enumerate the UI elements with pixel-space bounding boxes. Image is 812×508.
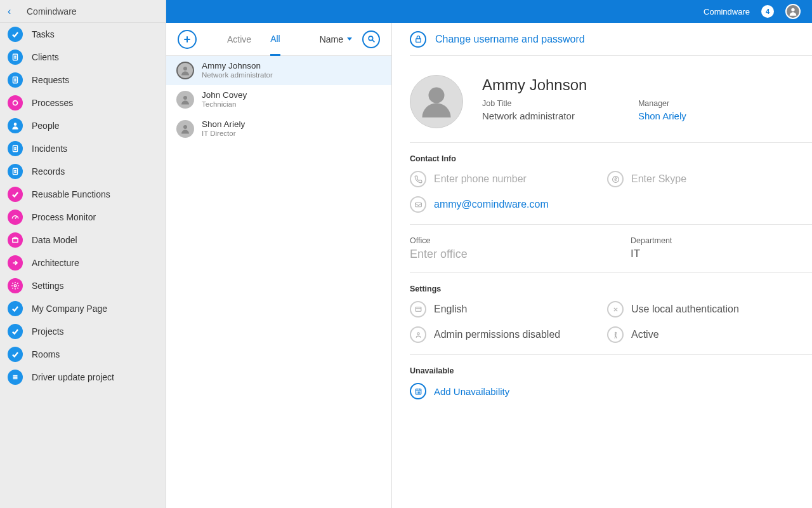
top-brand: Comindware	[704, 7, 750, 17]
sidebar-item-processes[interactable]: Processes	[0, 91, 166, 114]
search-button[interactable]	[362, 30, 380, 48]
sidebar-item-label: Processes	[32, 98, 73, 108]
person-list-item[interactable]: Shon ArielyIT Director	[166, 114, 391, 144]
department-label: Department	[631, 236, 794, 245]
person-list-item[interactable]: John CoveyTechnician	[166, 85, 391, 114]
person-detail-panel: Change username and password Ammy Johnso…	[392, 23, 812, 508]
gear-icon	[8, 278, 23, 293]
doc-icon	[8, 164, 23, 179]
svg-line-18	[15, 217, 16, 219]
sidebar-item-data-model[interactable]: Data Model	[0, 229, 166, 251]
svg-point-8	[13, 101, 18, 105]
sidebar-item-rooms[interactable]: Rooms	[0, 343, 166, 366]
svg-rect-35	[415, 203, 421, 207]
manager-link[interactable]: Shon Ariely	[638, 110, 686, 121]
user-avatar[interactable]	[785, 4, 801, 19]
svg-rect-36	[416, 307, 421, 311]
person-list-item[interactable]: Ammy JohnsonNetwork administrator	[166, 56, 391, 85]
sidebar-item-label: Projects	[32, 326, 64, 337]
profile-name: Ammy Johnson	[482, 76, 794, 94]
sort-dropdown[interactable]: Name	[320, 34, 352, 44]
person-role: Network administrator	[202, 71, 273, 80]
sidebar-item-driver-update-project[interactable]: Driver update project	[0, 366, 166, 389]
lines-icon	[8, 370, 23, 385]
sidebar-item-label: Clients	[32, 52, 59, 62]
language-value[interactable]: English	[434, 304, 467, 315]
sidebar-item-incidents[interactable]: Incidents	[0, 137, 166, 160]
sidebar-item-requests[interactable]: Requests	[0, 69, 166, 91]
admin-value[interactable]: Admin permissions disabled	[434, 329, 560, 340]
svg-rect-32	[416, 39, 421, 42]
avatar	[176, 62, 194, 79]
svg-point-20	[14, 284, 16, 287]
check-icon	[8, 324, 23, 339]
job-title-value: Network administrator	[482, 110, 575, 121]
sidebar-item-label: My Company Page	[32, 304, 107, 314]
sidebar-item-label: Data Model	[32, 235, 77, 245]
department-value: IT	[631, 248, 794, 260]
sidebar-item-label: Architecture	[32, 258, 79, 268]
sidebar-item-label: Rooms	[32, 349, 60, 359]
svg-point-30	[183, 96, 187, 100]
calendar-icon	[410, 383, 426, 399]
sidebar-title: Comindware	[27, 6, 77, 17]
doc-icon	[8, 141, 23, 156]
sidebar-item-label: People	[32, 121, 60, 131]
svg-point-38	[417, 332, 419, 334]
status-icon	[607, 326, 624, 343]
add-button[interactable]	[178, 30, 197, 49]
person-icon	[8, 118, 23, 133]
sidebar-item-label: Incidents	[32, 144, 67, 154]
arrow-icon	[8, 255, 23, 271]
sidebar-item-label: Settings	[32, 281, 64, 291]
language-icon	[410, 301, 426, 318]
sidebar-item-label: Process Monitor	[32, 212, 96, 222]
caret-down-icon	[347, 37, 352, 41]
avatar	[176, 120, 194, 138]
tab-all[interactable]: All	[270, 23, 280, 56]
office-label: Office	[410, 236, 573, 245]
sidebar-item-people[interactable]: People	[0, 114, 166, 137]
svg-point-27	[369, 36, 373, 41]
check-icon	[8, 27, 23, 42]
auth-icon	[607, 301, 624, 318]
svg-point-33	[429, 88, 445, 104]
email-link[interactable]: ammy@comindware.com	[434, 199, 549, 210]
sidebar-item-projects[interactable]: Projects	[0, 320, 166, 343]
contact-info-label: Contact Info	[410, 154, 794, 163]
sidebar-item-records[interactable]: Records	[0, 160, 166, 183]
unavailable-label: Unavailable	[410, 366, 794, 375]
sidebar-item-reusable-functions[interactable]: Reusable Functions	[0, 183, 166, 206]
status-value[interactable]: Active	[631, 329, 659, 340]
change-credentials-link[interactable]: Change username and password	[435, 34, 585, 45]
svg-point-24	[791, 8, 794, 11]
sidebar-item-label: Reusable Functions	[32, 189, 110, 199]
phone-input[interactable]: Enter phone number	[434, 173, 527, 185]
topbar: Comindware 4	[166, 0, 812, 23]
manager-label: Manager	[638, 99, 686, 108]
skype-input[interactable]: Enter Skype	[631, 173, 686, 185]
skype-icon	[607, 171, 624, 187]
auth-value[interactable]: Use local authentication	[631, 304, 739, 315]
chevron-left-icon: ‹	[8, 6, 20, 17]
sidebar-item-my-company-page[interactable]: My Company Page	[0, 297, 166, 320]
doc-icon	[8, 50, 23, 65]
sidebar-back[interactable]: ‹ Comindware	[0, 0, 166, 23]
check-icon	[8, 301, 23, 316]
sidebar-item-settings[interactable]: Settings	[0, 274, 166, 297]
tab-active[interactable]: Active	[227, 23, 251, 55]
people-list-panel: Active All Name Ammy JohnsonNetwork admi…	[166, 23, 392, 508]
svg-point-31	[183, 125, 187, 129]
svg-point-9	[14, 123, 17, 126]
svg-point-29	[183, 67, 187, 70]
office-input[interactable]: Enter office	[410, 248, 573, 261]
sidebar-item-clients[interactable]: Clients	[0, 46, 166, 69]
person-name: Ammy Johnson	[202, 61, 273, 71]
notification-badge[interactable]: 4	[761, 5, 774, 18]
sidebar-item-tasks[interactable]: Tasks	[0, 23, 166, 46]
profile-avatar[interactable]	[410, 75, 463, 128]
add-unavailability-link[interactable]: Add Unavailability	[410, 383, 794, 399]
email-icon	[410, 196, 426, 213]
sidebar-item-architecture[interactable]: Architecture	[0, 251, 166, 274]
sidebar-item-process-monitor[interactable]: Process Monitor	[0, 206, 166, 229]
